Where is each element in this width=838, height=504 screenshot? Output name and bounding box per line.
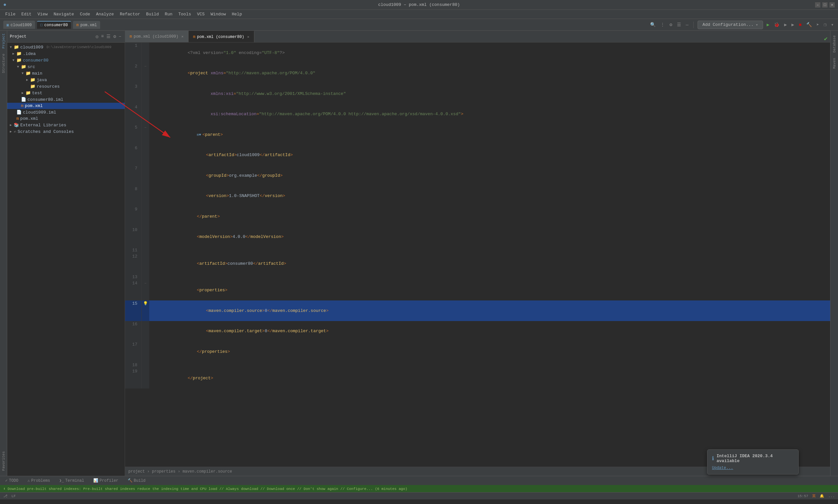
add-configuration-button[interactable]: Add Configuration... ▾ [698, 21, 763, 29]
line-code-12[interactable]: <artifactId>consumer80</artifactId> [149, 253, 830, 274]
layout-icon[interactable]: ⋮ [659, 21, 666, 29]
line-code-6[interactable]: <artifactId>cloud1009</artifactId> [149, 145, 830, 166]
code-line-7: 7 <groupId>org.example</groupId> [125, 165, 830, 186]
bottom-tab-terminal[interactable]: ❯_ Terminal [57, 477, 87, 484]
menu-vcs[interactable]: VCS [194, 11, 207, 18]
editor-tab-close-2[interactable]: ✕ [247, 35, 249, 39]
index-message-text: ⬇ Download pre-built shared indexes: Pre… [3, 487, 407, 491]
tree-item-main[interactable]: ▼ 📁 main [7, 70, 125, 76]
bottom-tab-profiler[interactable]: 📊 Profiler [91, 477, 121, 484]
fold-button-5[interactable]: − [144, 126, 147, 130]
tree-item-idea[interactable]: ▶ 📁 .idea [7, 50, 125, 57]
v-groupid: org.example [229, 173, 257, 178]
t-modelversion: modelVersion [199, 234, 230, 239]
tree-label-cloud1009-iml: cloud1009.iml [23, 110, 56, 115]
minus-icon[interactable]: — [685, 21, 689, 29]
menu-help[interactable]: Help [229, 11, 245, 18]
fold-button-2[interactable]: − [144, 65, 147, 68]
tree-item-java[interactable]: ▶ 📁 java [7, 76, 125, 83]
minimize-button[interactable]: – [815, 2, 820, 7]
tree-item-pom-xml-root[interactable]: ▶ m pom.xml [7, 115, 125, 122]
gear-settings-icon[interactable]: ☰ [676, 21, 682, 29]
structure-panel-label[interactable]: Structure [1, 51, 6, 76]
line-code-8[interactable]: <version>1.0-SNAPSHOT</version> [149, 186, 830, 206]
tree-item-cloud1009-iml[interactable]: ▶ 📄 cloud1009.iml [7, 109, 125, 115]
project-panel-label[interactable]: Project [1, 31, 6, 51]
fp-gear-icon[interactable]: ⚙ [113, 33, 117, 40]
editor-tab-consumer80-pom[interactable]: m pom.xml (consumer80) ✕ [189, 31, 254, 42]
tree-item-consumer80[interactable]: ▼ 📁 consumer80 [7, 57, 125, 64]
t-compiler-source-close: maven.compiler.source [272, 308, 326, 313]
bottom-tab-problems[interactable]: ⚠ Problems [25, 477, 53, 484]
coverage-icon[interactable]: ▶ [783, 21, 788, 29]
menu-view[interactable]: View [35, 11, 50, 18]
run-icon[interactable]: ▶ [766, 21, 770, 29]
menu-code[interactable]: Code [77, 11, 93, 18]
tree-item-resources[interactable]: ▶ 📁 resources [7, 83, 125, 90]
project-icon: ▣ [6, 22, 9, 28]
code-editor[interactable]: 1 <?xml version="1.0" encoding="UTF-8"?>… [125, 42, 830, 467]
line-code-7[interactable]: <groupId>org.example</groupId> [149, 165, 830, 186]
project-tab-pom[interactable]: m pom.xml [73, 21, 100, 29]
line-code-5[interactable]: m▼<parent> [149, 124, 830, 145]
tree-item-scratches[interactable]: ▶ ✍ Scratches and Consoles [7, 128, 125, 135]
menu-tools[interactable]: Tools [176, 11, 194, 18]
menu-refactor[interactable]: Refactor [117, 11, 143, 18]
fp-collapse-icon[interactable]: ≡ [101, 33, 104, 40]
notification-update-link[interactable]: Update... [712, 466, 733, 470]
editor-tab-close-1[interactable]: ✕ [181, 34, 184, 39]
stop-icon[interactable]: ■ [798, 21, 802, 29]
extra-icon[interactable]: ➤ [816, 21, 820, 29]
tree-item-pom-xml-consumer[interactable]: ▶ m pom.xml [7, 103, 125, 109]
t-compiler-target-close: maven.compiler.target [272, 328, 326, 334]
search-icon[interactable]: 🔍 [649, 21, 657, 29]
tree-item-external-libs[interactable]: ▶ 📚 External Libraries [7, 122, 125, 128]
line-code-14[interactable]: <properties> [149, 280, 830, 301]
tree-item-src[interactable]: ▼ 📁 src [7, 64, 125, 70]
line-code-10[interactable]: <modelVersion>4.0.0</modelVersion> [149, 227, 830, 248]
editor-tab-cloud1009-pom[interactable]: m pom.xml (cloud1009) ✕ [125, 31, 189, 42]
menu-edit[interactable]: Edit [19, 11, 34, 18]
bulb-icon-15[interactable]: 💡 [143, 302, 148, 306]
window-controls[interactable]: – □ ✕ [815, 2, 835, 7]
maximize-button[interactable]: □ [822, 2, 827, 7]
favorites-panel-label[interactable]: Favorites [1, 449, 6, 473]
tree-item-consumer80-iml[interactable]: ▶ 📄 consumer80.iml [7, 96, 125, 103]
bottom-tab-build[interactable]: 🔨 Build [125, 477, 148, 484]
menu-build[interactable]: Build [143, 11, 161, 18]
notification-header: ℹ IntelliJ IDEA 2020.3.4 available [712, 454, 794, 464]
line-code-9[interactable]: </parent> [149, 206, 830, 227]
menu-navigate[interactable]: Navigate [51, 11, 76, 18]
layout2-icon[interactable]: ❐ [823, 21, 827, 29]
fp-settings2-icon[interactable]: ☰ [106, 33, 111, 40]
line-code-2[interactable]: <project xmlns="http://maven.apache.org/… [149, 63, 830, 84]
project-tab-cloud1009[interactable]: ▣ cloud1009 [3, 21, 35, 29]
fp-locate-icon[interactable]: ◎ [95, 33, 99, 40]
menu-run[interactable]: Run [162, 11, 175, 18]
tree-item-test[interactable]: ▶ 📁 test [7, 90, 125, 96]
build2-icon[interactable]: 🔨 [805, 21, 813, 29]
notification-link[interactable]: Update... [712, 465, 794, 470]
line-code-1[interactable]: <?xml version="1.0" encoding="UTF-8"?> [149, 42, 830, 63]
fold-button-14[interactable]: − [144, 282, 147, 285]
fp-close-icon[interactable]: – [118, 33, 122, 40]
database-panel-label[interactable]: Database [832, 33, 837, 55]
profile-icon[interactable]: ▶ [790, 21, 795, 29]
debug-icon[interactable]: 🐞 [773, 21, 780, 29]
menu-analyze[interactable]: Analyze [93, 11, 117, 18]
bottom-tab-todo[interactable]: ✓ TODO [3, 477, 21, 484]
line-code-17[interactable]: </properties> [149, 341, 830, 362]
settings-icon[interactable]: ⚙ [668, 21, 673, 29]
maven-panel-label[interactable]: Maven [832, 55, 837, 71]
line-code-3[interactable]: xmlns:xsi="http://www.w3.org/2001/XMLSch… [149, 84, 830, 104]
line-code-19[interactable]: </project> [149, 368, 830, 389]
menu-window[interactable]: Window [208, 11, 229, 18]
menu-file[interactable]: File [3, 11, 18, 18]
dropdown2-icon[interactable]: ▾ [830, 21, 835, 29]
line-code-15[interactable]: <maven.compiler.source>8</maven.compiler… [149, 301, 830, 321]
line-code-4[interactable]: xsi:schemaLocation="http://maven.apache.… [149, 104, 830, 125]
line-code-16[interactable]: <maven.compiler.target>8</maven.compiler… [149, 321, 830, 342]
tree-item-cloud1009-root[interactable]: ▼ 📁 cloud1009 D:\JavaEnterpriseWeb\cloud… [7, 44, 125, 50]
project-tab-consumer80[interactable]: □ consumer80 [37, 21, 71, 29]
close-button[interactable]: ✕ [830, 2, 835, 7]
